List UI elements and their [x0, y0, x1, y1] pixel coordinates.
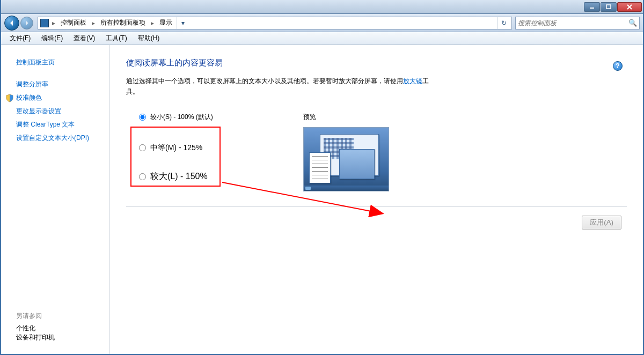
preview-label: 预览: [303, 113, 627, 122]
search-box[interactable]: 🔍: [515, 17, 640, 29]
scale-option-medium-label: 中等(M) - 125%: [150, 143, 202, 153]
sidebar-link-calibrate-color[interactable]: 校准颜色: [16, 93, 42, 102]
breadcrumb-item-2[interactable]: 显示: [157, 17, 174, 28]
breadcrumb-item-0[interactable]: 控制面板: [58, 17, 89, 28]
search-input[interactable]: [518, 19, 628, 27]
see-also-label: 另请参阅: [16, 312, 103, 321]
sidebar-link-display-settings[interactable]: 更改显示器设置: [16, 107, 61, 116]
nav-back-button[interactable]: [4, 16, 19, 31]
menu-file[interactable]: 文件(F): [5, 33, 35, 44]
menu-tools[interactable]: 工具(T): [101, 33, 131, 44]
menu-bar: 文件(F) 编辑(E) 查看(V) 工具(T) 帮助(H): [1, 32, 643, 45]
maximize-button[interactable]: [601, 2, 617, 12]
minimize-button[interactable]: [584, 2, 600, 12]
apply-button[interactable]: 应用(A): [582, 216, 621, 230]
scale-radio-large[interactable]: [139, 173, 146, 180]
sidebar-link-cleartype[interactable]: 调整 ClearType 文本: [16, 120, 75, 129]
magnifier-link[interactable]: 放大镜: [403, 77, 422, 85]
scale-option-large-label: 较大(L) - 150%: [150, 171, 208, 182]
description-text: 通过选择其中一个选项，可以更改屏幕上的文本大小以及其他项。若要暂时放大部分屏幕，…: [126, 76, 432, 98]
page-title: 使阅读屏幕上的内容更容易: [126, 58, 627, 68]
scale-option-small[interactable]: 较小(S) - 100% (默认): [139, 113, 303, 122]
sidebar-link-custom-dpi[interactable]: 设置自定义文本大小(DPI): [16, 134, 89, 143]
nav-forward-button[interactable]: [20, 17, 33, 29]
menu-view[interactable]: 查看(V): [69, 33, 99, 44]
menu-edit[interactable]: 编辑(E): [37, 33, 67, 44]
scale-radio-medium[interactable]: [139, 144, 146, 151]
see-also-personalization[interactable]: 个性化: [16, 324, 35, 332]
titlebar: [1, 0, 643, 14]
svg-rect-1: [606, 5, 611, 9]
breadcrumb-bar[interactable]: ▸ 控制面板 ▸ 所有控制面板项 ▸ 显示 ▾ ↻: [38, 17, 512, 29]
chevron-right-icon[interactable]: ▸: [150, 19, 155, 27]
chevron-right-icon[interactable]: ▸: [51, 19, 56, 27]
scale-option-small-label: 较小(S) - 100% (默认): [150, 113, 213, 122]
control-panel-icon: [40, 19, 49, 27]
svg-rect-0: [590, 8, 594, 9]
scale-radio-small[interactable]: [139, 114, 146, 121]
scale-option-medium[interactable]: 中等(M) - 125%: [139, 143, 303, 153]
divider: [126, 206, 627, 207]
address-bar: ▸ 控制面板 ▸ 所有控制面板项 ▸ 显示 ▾ ↻ 🔍: [1, 14, 643, 32]
preview-image: [303, 127, 389, 191]
sidebar-home-link[interactable]: 控制面板主页: [16, 58, 55, 67]
refresh-button[interactable]: ↻: [497, 17, 509, 29]
breadcrumb-item-1[interactable]: 所有控制面板项: [98, 17, 148, 28]
breadcrumb-dropdown-button[interactable]: ▾: [177, 17, 188, 29]
see-also-devices-printers[interactable]: 设备和打印机: [16, 334, 55, 341]
close-button[interactable]: [617, 2, 642, 12]
sidebar-link-resolution[interactable]: 调整分辨率: [16, 80, 48, 89]
scale-option-large[interactable]: 较大(L) - 150%: [139, 171, 303, 182]
shield-icon: [5, 94, 14, 102]
chevron-right-icon[interactable]: ▸: [91, 19, 96, 27]
menu-help[interactable]: 帮助(H): [134, 33, 164, 44]
help-icon[interactable]: ?: [613, 61, 623, 71]
sidebar: 控制面板主页 调整分辨率 校准颜色 更改显示器设置 调整 ClearType 文…: [1, 45, 109, 354]
search-icon[interactable]: 🔍: [628, 19, 637, 27]
